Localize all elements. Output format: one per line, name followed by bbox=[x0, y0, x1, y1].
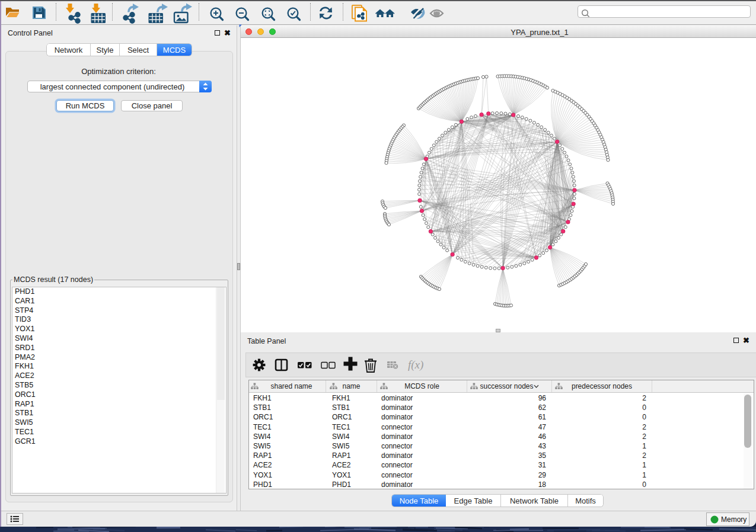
svg-text:f(x): f(x) bbox=[408, 358, 423, 371]
